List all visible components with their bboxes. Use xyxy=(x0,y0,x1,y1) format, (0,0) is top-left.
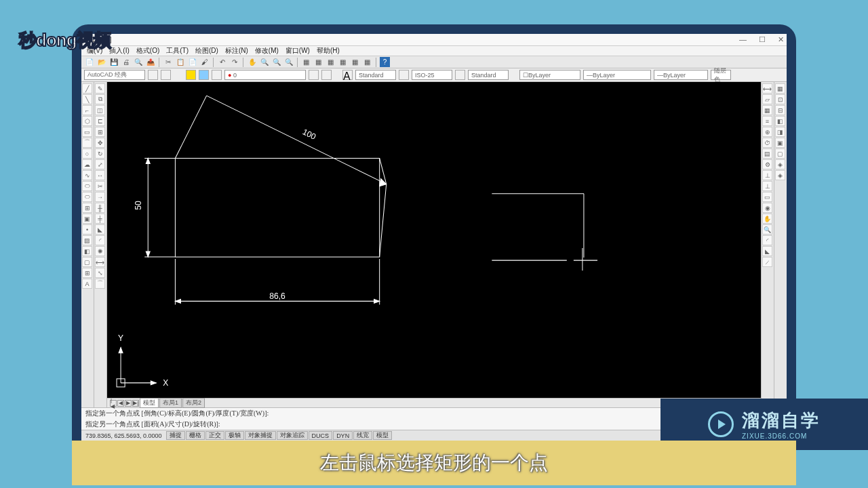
line-icon[interactable]: ╱ xyxy=(82,83,92,94)
chamfer-icon[interactable]: ◣ xyxy=(95,224,105,235)
dist-icon[interactable]: ⟷ xyxy=(762,83,772,94)
dcenter-icon[interactable]: ▦ xyxy=(313,57,323,67)
menu-draw[interactable]: 绘图(D) xyxy=(195,46,218,56)
layer-color-icon[interactable] xyxy=(212,70,222,80)
rectangle-icon[interactable]: ▭ xyxy=(82,127,92,137)
menu-format[interactable]: 格式(O) xyxy=(136,46,159,56)
setvar-icon[interactable]: ⚙ xyxy=(762,159,772,169)
xline-icon[interactable]: ╲ xyxy=(82,94,92,104)
pline-icon[interactable]: ⌐ xyxy=(82,105,92,115)
open-icon[interactable]: 📂 xyxy=(96,57,106,67)
otrack-toggle[interactable]: 对象追踪 xyxy=(277,431,308,440)
tab-first-icon[interactable]: |◀ xyxy=(110,400,117,407)
move-icon[interactable]: ✥ xyxy=(95,138,105,148)
tab-model[interactable]: 模型 xyxy=(140,398,159,408)
menu-dim[interactable]: 标注(N) xyxy=(225,46,248,56)
tab-layout1[interactable]: 布局1 xyxy=(159,398,182,408)
spline-icon[interactable]: ∿ xyxy=(82,170,92,180)
join-icon[interactable]: ╪ xyxy=(95,214,105,224)
right-view-icon[interactable]: ◨ xyxy=(775,127,785,137)
ucs2-icon[interactable]: ⊥ xyxy=(762,181,772,191)
ducs-toggle[interactable]: DUCS xyxy=(309,431,333,440)
print-icon[interactable]: 🖨 xyxy=(121,57,131,67)
se-iso-icon[interactable]: ◈ xyxy=(775,170,785,180)
area-icon[interactable]: ▱ xyxy=(762,94,772,104)
back-view-icon[interactable]: ▢ xyxy=(775,148,785,159)
sheets-icon[interactable]: ▦ xyxy=(338,57,348,67)
close-button[interactable]: ✕ xyxy=(778,35,784,44)
linetype-selector[interactable]: — ByLayer xyxy=(583,70,651,80)
arc-icon[interactable]: ⌒ xyxy=(82,138,92,148)
front-view-icon[interactable]: ▣ xyxy=(775,138,785,148)
table-icon[interactable]: ⊞ xyxy=(82,268,92,278)
3dzoom-icon[interactable]: 🔍 xyxy=(762,224,772,235)
circle-icon[interactable]: ○ xyxy=(82,148,92,159)
offset-icon[interactable]: ⊏ xyxy=(95,116,105,126)
ellipse-icon[interactable]: ⬭ xyxy=(82,181,92,191)
mtext-icon[interactable]: A xyxy=(82,279,92,289)
workspace-selector[interactable]: AutoCAD 经典 xyxy=(84,70,145,80)
ellipsearc-icon[interactable]: ⬭ xyxy=(82,192,92,202)
lwt-toggle[interactable]: 线宽 xyxy=(353,431,372,440)
menu-tools[interactable]: 工具(T) xyxy=(166,46,189,56)
top-view-icon[interactable]: ⊡ xyxy=(775,94,785,104)
ws-settings-icon[interactable] xyxy=(148,70,158,80)
menu-insert[interactable]: 插入(I) xyxy=(109,46,129,56)
status-icon[interactable]: ▤ xyxy=(762,148,772,159)
undo-icon[interactable]: ↶ xyxy=(217,57,227,67)
minimize-button[interactable]: — xyxy=(739,35,747,44)
region-mass-icon[interactable]: ▦ xyxy=(762,105,772,115)
menu-help[interactable]: 帮助(H) xyxy=(317,46,340,56)
save-icon[interactable]: 💾 xyxy=(108,57,119,67)
match-icon[interactable]: 🖌 xyxy=(199,57,210,67)
zoom-prev-icon[interactable]: 🔍 xyxy=(283,57,294,67)
textstyle-icon[interactable]: A xyxy=(342,70,353,80)
scale-icon[interactable]: ⤢ xyxy=(95,159,105,169)
paste-icon[interactable]: 📄 xyxy=(187,57,197,67)
restore-button[interactable]: ☐ xyxy=(759,35,766,44)
break-icon[interactable]: ╫ xyxy=(95,203,105,213)
tab-layout2[interactable]: 布局2 xyxy=(182,398,205,408)
zoom-rt-icon[interactable]: 🔍 xyxy=(259,57,269,67)
menu-window[interactable]: 窗口(W) xyxy=(285,46,310,56)
dimstyle-icon[interactable] xyxy=(399,70,409,80)
3dorbit-icon[interactable]: ◉ xyxy=(762,203,772,213)
named-views-icon[interactable]: ▦ xyxy=(775,83,785,94)
lineweight-selector[interactable]: — ByLayer xyxy=(654,70,708,80)
region-icon[interactable]: ▢ xyxy=(82,257,92,267)
ortho-toggle[interactable]: 正交 xyxy=(205,431,224,440)
cut-icon[interactable]: ✂ xyxy=(163,57,173,67)
dim-linear-icon[interactable]: ⟷ xyxy=(95,257,105,267)
array-icon[interactable]: ⊞ xyxy=(95,127,105,137)
copy-icon[interactable]: 📋 xyxy=(175,57,185,67)
vp-icon[interactable]: ▭ xyxy=(762,192,772,202)
zoom-win-icon[interactable]: 🔍 xyxy=(271,57,281,67)
table-style-selector[interactable]: Standard xyxy=(468,70,509,80)
drawing-canvas[interactable]: 86,6 50 100 X Y xyxy=(107,82,761,398)
block-icon[interactable]: ▣ xyxy=(82,214,92,224)
copy-obj-icon[interactable]: ⧉ xyxy=(95,94,105,104)
left-view-icon[interactable]: ◧ xyxy=(775,116,785,126)
mirror-icon[interactable]: ◫ xyxy=(95,105,105,115)
redo-icon[interactable]: ↷ xyxy=(229,57,239,67)
sw-iso-icon[interactable]: ◈ xyxy=(775,159,785,169)
ws-lock-icon[interactable] xyxy=(161,70,171,80)
model-toggle[interactable]: 模型 xyxy=(373,431,392,440)
dim-arc-icon[interactable]: ⌒ xyxy=(95,279,105,289)
layer-state-icon[interactable] xyxy=(321,70,332,80)
preview-icon[interactable]: 🔍 xyxy=(133,57,143,67)
grid-toggle[interactable]: 栅格 xyxy=(186,431,205,440)
pan-icon[interactable]: ✋ xyxy=(247,57,257,67)
dim-align-icon[interactable]: ⤡ xyxy=(95,268,105,278)
explode-icon[interactable]: ✺ xyxy=(95,246,105,256)
rotate-icon[interactable]: ↻ xyxy=(95,148,105,159)
plotstyle-selector[interactable]: 随层色 xyxy=(711,70,731,80)
tab-prev-icon[interactable]: ◀ xyxy=(117,400,124,407)
props-icon[interactable]: ▦ xyxy=(301,57,311,67)
hatch-icon[interactable]: ▨ xyxy=(82,235,92,245)
layer-selector[interactable]: ● 0 xyxy=(224,70,306,80)
color-selector[interactable]: ☐ ByLayer xyxy=(519,70,580,80)
revcloud-icon[interactable]: ☁ xyxy=(82,159,92,169)
osnap-toggle[interactable]: 对象捕捉 xyxy=(245,431,276,440)
tab-last-icon[interactable]: ▶| xyxy=(132,400,139,407)
